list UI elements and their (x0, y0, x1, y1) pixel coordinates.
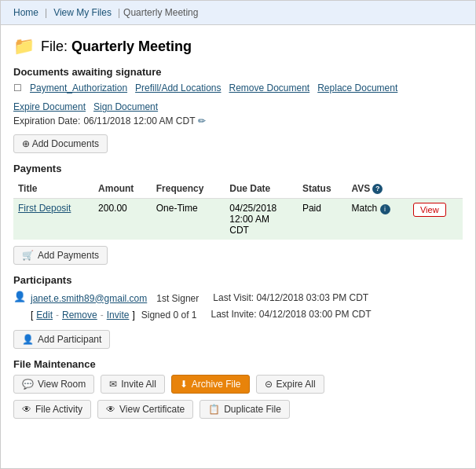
payment-status: Paid (298, 199, 347, 240)
payments-header: Payments (13, 163, 463, 174)
add-participant-icon: 👤 (22, 334, 34, 345)
add-participant-button[interactable]: 👤 Add Participant (13, 330, 110, 349)
archive-file-button[interactable]: ⬇ Archive File (171, 375, 250, 394)
duplicate-file-label: Duplicate File (224, 404, 281, 415)
file-title-section: 📁 File: Quarterly Meeting (13, 36, 463, 57)
nav-current: Quarterly Meeting (123, 7, 198, 18)
last-invite-label: Last Invite: (211, 309, 256, 320)
invite-participant-link[interactable]: Invite (107, 310, 130, 321)
view-certificate-button[interactable]: 👁 View Certificate (97, 400, 193, 419)
expire-document-action[interactable]: Expire Document (13, 101, 86, 112)
view-room-label: View Room (38, 379, 86, 390)
document-icon: ☐ (13, 82, 22, 93)
participant-actions: [ Edit - Remove - Invite ] (31, 310, 135, 321)
file-maintenance-row1: 💬 View Room ✉ Invite All ⬇ Archive File … (13, 375, 463, 394)
add-payments-label: Add Payments (38, 250, 99, 261)
participant-icon: 👤 (13, 291, 26, 302)
payment-avs: Match i (346, 199, 408, 240)
expire-all-label: Expire All (276, 379, 316, 390)
view-room-button[interactable]: 💬 View Room (13, 375, 94, 394)
archive-file-label: Archive File (192, 379, 241, 390)
bracket-open: [ (31, 310, 33, 321)
col-action (408, 179, 463, 199)
expiration-row: Expiration Date: 06/11/2018 12:00 AM CDT… (13, 115, 463, 126)
col-frequency: Frequency (152, 179, 225, 199)
file-title: Quarterly Meeting (71, 38, 192, 54)
document-name[interactable]: Payment_Authorization (30, 82, 127, 93)
payments-table: Title Amount Frequency Due Date Status A… (13, 179, 463, 240)
edit-participant-link[interactable]: Edit (36, 310, 53, 321)
avs-info-icon[interactable]: ? (372, 184, 383, 194)
nav-home[interactable]: Home (10, 5, 42, 20)
file-activity-button[interactable]: 👁 File Activity (13, 400, 91, 419)
edit-expiration-icon[interactable]: ✏ (198, 115, 206, 126)
remove-document-action[interactable]: Remove Document (229, 82, 309, 93)
navigation-bar: Home | View My Files | Quarterly Meeting (1, 1, 475, 25)
table-row: First Deposit 200.00 One-Time 04/25/2018… (13, 199, 463, 240)
file-maintenance-section: File Maintenance 💬 View Room ✉ Invite Al… (13, 358, 463, 419)
file-activity-icon: 👁 (22, 404, 31, 415)
invite-all-label: Invite All (121, 379, 156, 390)
add-participant-label: Add Participant (38, 334, 101, 345)
folder-icon: 📁 (13, 36, 35, 57)
last-visit-label: Last Visit: (213, 292, 254, 303)
expire-all-button[interactable]: ⊝ Expire All (256, 375, 324, 394)
add-documents-label: ⊕ Add Documents (22, 138, 99, 149)
participant-entry: 👤 janet.e.smith89@gmail.com 1st Signer L… (13, 291, 463, 322)
sign-document-action[interactable]: Sign Document (93, 101, 158, 112)
participant-email[interactable]: janet.e.smith89@gmail.com (31, 293, 147, 304)
bracket-close: ] (132, 310, 134, 321)
archive-file-icon: ⬇ (180, 379, 188, 390)
participants-section: Participants 👤 janet.e.smith89@gmail.com… (13, 274, 463, 349)
expiration-value: 06/11/2018 12:00 AM CDT (83, 115, 195, 126)
col-amount: Amount (93, 179, 152, 199)
add-payments-icon: 🛒 (22, 250, 34, 261)
file-maintenance-row2: 👁 File Activity 👁 View Certificate 📋 Dup… (13, 400, 463, 419)
payment-title: First Deposit (13, 199, 93, 240)
expire-all-icon: ⊝ (265, 379, 273, 390)
view-payment-button[interactable]: View (413, 203, 446, 217)
duplicate-file-icon: 📋 (208, 404, 220, 415)
first-deposit-link[interactable]: First Deposit (18, 203, 71, 214)
payment-amount: 200.00 (93, 199, 152, 240)
invite-all-button[interactable]: ✉ Invite All (101, 375, 165, 394)
invite-all-icon: ✉ (109, 379, 117, 390)
payment-due-date: 04/25/201812:00 AMCDT (225, 199, 298, 240)
file-activity-label: File Activity (35, 404, 82, 415)
replace-document-action[interactable]: Replace Document (317, 82, 397, 93)
nav-view-my-files[interactable]: View My Files (50, 5, 115, 20)
add-payments-button[interactable]: 🛒 Add Payments (13, 246, 108, 265)
view-certificate-icon: 👁 (106, 404, 115, 415)
last-visit-value: 04/12/2018 03:03 PM CDT (256, 292, 368, 303)
participant-role: 1st Signer (156, 293, 199, 304)
view-certificate-label: View Certificate (119, 404, 185, 415)
last-invite-value: 04/12/2018 03:00 PM CDT (259, 309, 372, 320)
signed-info: Signed 0 of 1 (141, 310, 197, 321)
file-prefix: File: (41, 38, 68, 54)
payment-frequency: One-Time (152, 199, 225, 240)
document-row: ☐ Payment_Authorization Prefill/Add Loca… (13, 82, 463, 112)
col-avs: AVS ? (346, 179, 408, 199)
add-documents-button[interactable]: ⊕ Add Documents (13, 134, 108, 153)
duplicate-file-button[interactable]: 📋 Duplicate File (200, 400, 290, 419)
prefill-action[interactable]: Prefill/Add Locations (135, 82, 221, 93)
avs-match-info-icon[interactable]: i (380, 204, 390, 214)
expiration-label: Expiration Date: (13, 115, 80, 126)
payment-view-cell: View (408, 199, 463, 240)
participants-header: Participants (13, 274, 463, 286)
col-due-date: Due Date (225, 179, 298, 199)
col-status: Status (298, 179, 347, 199)
documents-header: Documents awaiting signature (13, 66, 463, 78)
documents-section: Documents awaiting signature ☐ Payment_A… (13, 66, 463, 153)
payments-section: Payments Title Amount Frequency Due Date… (13, 163, 463, 265)
remove-participant-link[interactable]: Remove (62, 310, 97, 321)
view-room-icon: 💬 (22, 379, 34, 390)
col-title: Title (13, 179, 93, 199)
file-maintenance-header: File Maintenance (13, 358, 463, 370)
file-heading: File: Quarterly Meeting (41, 38, 192, 55)
